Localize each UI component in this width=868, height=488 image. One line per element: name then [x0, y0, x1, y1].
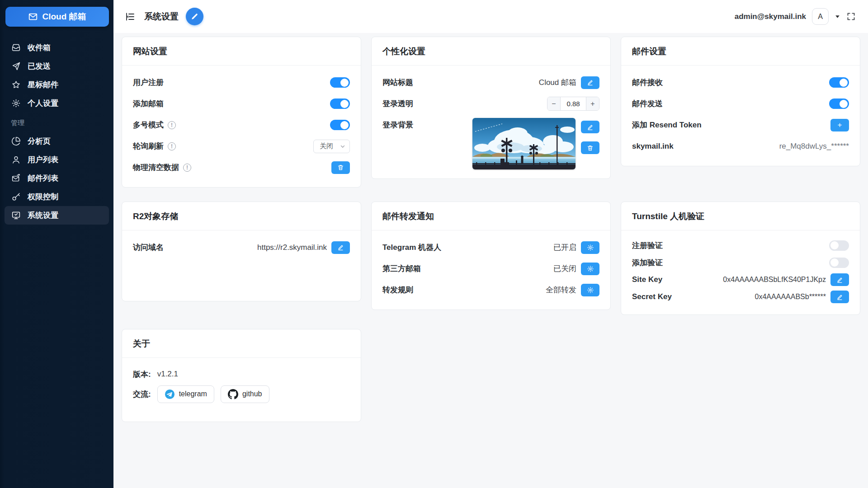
- logo-button[interactable]: Cloud 邮箱: [5, 7, 109, 27]
- row-label: 第三方邮箱: [382, 263, 421, 274]
- edit-title-button[interactable]: [186, 8, 203, 25]
- row-resend-token: 添加 Resend Token +: [632, 114, 849, 136]
- sidebar-item-label: 星标邮件: [28, 80, 58, 90]
- gear-icon: [587, 286, 594, 294]
- row-label: 邮件接收: [632, 77, 663, 88]
- fullscreen-icon[interactable]: [846, 12, 856, 21]
- site-key-value: 0x4AAAAAABSbLfKS40P1JKpz: [723, 276, 826, 284]
- row-mail-receive: 邮件接收: [632, 72, 849, 93]
- add-verify-toggle[interactable]: [829, 258, 849, 268]
- sidebar-item-label: 邮件列表: [28, 173, 58, 183]
- delete-background-button[interactable]: [581, 141, 599, 154]
- sidebar-item-starred[interactable]: 星标邮件: [5, 75, 109, 94]
- row-label: 网站标题: [382, 77, 413, 88]
- telegram-bot-settings-button[interactable]: [581, 241, 599, 254]
- gear-icon: [587, 244, 594, 251]
- gear-icon: [587, 265, 594, 272]
- login-background-image[interactable]: [472, 118, 576, 169]
- card-mail-settings: 邮件设置 邮件接收 邮件发送 添加 Resend Token: [621, 37, 860, 166]
- github-link-button[interactable]: github: [221, 385, 269, 403]
- register-verify-toggle[interactable]: [829, 240, 849, 251]
- forward-rule-settings-button[interactable]: [581, 284, 599, 296]
- mail-list-icon: [11, 174, 21, 183]
- telegram-icon: [165, 389, 175, 399]
- row-label: 轮询刷新: [133, 141, 164, 151]
- edit-domain-button[interactable]: [331, 241, 350, 254]
- sidebar-item-system-settings[interactable]: 系统设置: [5, 206, 109, 225]
- info-icon[interactable]: !: [183, 164, 191, 172]
- trash-icon: [587, 145, 594, 151]
- sidebar: Cloud 邮箱 收件箱 已发送 星标邮件 个人设置 管理 分析页: [0, 0, 113, 488]
- pie-chart-icon: [11, 136, 21, 146]
- select-value: 关闭: [320, 142, 333, 150]
- key-icon: [11, 192, 21, 202]
- sidebar-item-sent[interactable]: 已发送: [5, 57, 109, 75]
- main-area: 系统设置 admin@skymail.ink A: [113, 0, 868, 488]
- row-token-item: skymail.ink re_Mq8dwLys_******: [632, 136, 849, 157]
- topbar: 系统设置 admin@skymail.ink A: [113, 0, 868, 33]
- sidebar-item-permissions[interactable]: 权限控制: [5, 188, 109, 206]
- purge-data-button[interactable]: [331, 161, 350, 174]
- card-forward-notify: 邮件转发通知 Telegram 机器人 已开启: [371, 202, 611, 310]
- user-register-toggle[interactable]: [330, 77, 350, 88]
- sidebar-item-label: 分析页: [28, 136, 51, 146]
- sidebar-item-label: 系统设置: [28, 210, 58, 221]
- third-party-status: 已关闭: [553, 263, 576, 274]
- mail-receive-toggle[interactable]: [829, 77, 849, 88]
- sidebar-item-user-list[interactable]: 用户列表: [5, 150, 109, 169]
- edit-site-key-button[interactable]: [830, 273, 849, 286]
- sidebar-item-inbox[interactable]: 收件箱: [5, 38, 109, 57]
- row-label: Telegram 机器人: [382, 242, 441, 253]
- row-login-background: 登录背景: [382, 114, 599, 169]
- sidebar-section-management: 管理: [0, 113, 113, 132]
- third-party-settings-button[interactable]: [581, 263, 599, 275]
- row-label: 登录背景: [382, 118, 413, 130]
- row-label: Site Key: [632, 275, 662, 284]
- row-label: 多号模式: [133, 120, 164, 130]
- row-label: 邮件发送: [632, 99, 663, 109]
- row-poll-refresh: 轮询刷新! 关闭: [133, 136, 350, 157]
- opacity-decrease-button[interactable]: −: [547, 97, 561, 110]
- telegram-link-button[interactable]: telegram: [157, 385, 214, 403]
- sidebar-item-label: 个人设置: [28, 98, 58, 108]
- card-title: 个性化设置: [372, 37, 610, 66]
- info-icon[interactable]: !: [168, 142, 176, 150]
- info-icon[interactable]: !: [168, 121, 176, 129]
- add-resend-token-button[interactable]: +: [830, 119, 849, 131]
- contact-label: 交流:: [133, 389, 151, 399]
- poll-refresh-select[interactable]: 关闭: [313, 140, 350, 153]
- edit-site-title-button[interactable]: [581, 76, 599, 89]
- caret-down-icon[interactable]: [835, 14, 840, 19]
- topbar-right: admin@skymail.ink A: [735, 8, 856, 25]
- row-forward-rule: 转发规则 全部转发: [382, 279, 599, 300]
- version-value: v1.2.1: [157, 370, 178, 379]
- add-mailbox-toggle[interactable]: [330, 99, 350, 109]
- edit-secret-key-button[interactable]: [830, 291, 849, 303]
- avatar[interactable]: A: [812, 8, 829, 25]
- row-user-register: 用户注册: [133, 72, 350, 93]
- mail-logo-icon: [28, 12, 38, 22]
- multi-account-toggle[interactable]: [330, 120, 350, 130]
- token-domain: skymail.ink: [632, 142, 674, 151]
- card-personalization: 个性化设置 网站标题 Cloud 邮箱 登录透: [371, 37, 611, 179]
- row-telegram-bot: Telegram 机器人 已开启: [382, 237, 599, 258]
- edit-background-button[interactable]: [581, 121, 599, 133]
- token-value: re_Mq8dwLys_******: [779, 142, 849, 151]
- page-title: 系统设置: [144, 11, 179, 23]
- sidebar-item-mail-list[interactable]: 邮件列表: [5, 169, 109, 188]
- card-title: 关于: [122, 329, 361, 358]
- row-login-opacity: 登录透明 − 0.88 +: [382, 93, 599, 114]
- card-title: R2对象存储: [122, 202, 361, 230]
- opacity-value[interactable]: 0.88: [561, 97, 586, 110]
- card-title: 网站设置: [122, 37, 361, 66]
- card-title: 邮件转发通知: [372, 202, 610, 230]
- collapse-sidebar-icon[interactable]: [124, 11, 136, 23]
- row-register-verify: 注册验证: [632, 237, 849, 254]
- card-site-settings: 网站设置 用户注册 添加邮箱 多号模式!: [122, 37, 361, 188]
- sidebar-item-analytics[interactable]: 分析页: [5, 132, 109, 150]
- sidebar-item-personal-settings[interactable]: 个人设置: [5, 94, 109, 113]
- pencil-icon: [587, 124, 594, 131]
- opacity-increase-button[interactable]: +: [586, 97, 599, 110]
- opacity-stepper: − 0.88 +: [547, 97, 599, 111]
- mail-send-toggle[interactable]: [829, 99, 849, 109]
